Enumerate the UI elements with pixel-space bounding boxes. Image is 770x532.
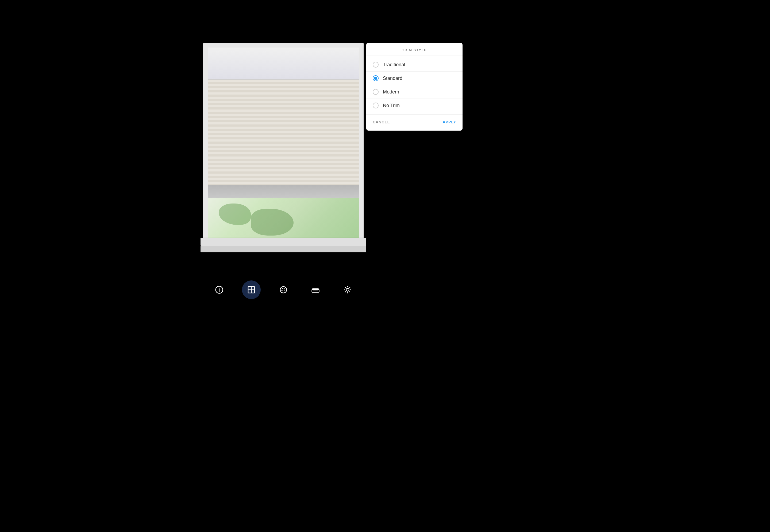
radio-standard[interactable] <box>373 75 379 81</box>
window-sill <box>201 238 366 246</box>
svg-line-20 <box>349 292 350 292</box>
panel-header: TRIM STYLE <box>366 43 462 56</box>
option-standard-label: Standard <box>383 76 402 81</box>
window-bottom-bar <box>201 246 366 252</box>
window-view <box>208 198 359 241</box>
svg-line-22 <box>345 292 346 292</box>
svg-point-9 <box>282 290 283 291</box>
blind-middle-section <box>208 80 359 185</box>
option-no-trim-label: No Trim <box>383 103 400 108</box>
sofa-icon <box>311 285 320 294</box>
palette-icon-button[interactable] <box>274 280 293 299</box>
svg-point-8 <box>284 290 285 291</box>
panel-actions: CANCEL APPLY <box>366 114 462 131</box>
svg-point-5 <box>280 287 287 293</box>
option-traditional-label: Traditional <box>383 62 405 68</box>
option-standard[interactable]: Standard <box>366 72 462 85</box>
window-icon <box>247 285 256 294</box>
window-frame <box>203 43 364 246</box>
svg-point-7 <box>284 288 285 289</box>
blind-rail <box>208 185 359 198</box>
window-inner <box>208 48 359 241</box>
window-icon-button[interactable] <box>242 280 261 299</box>
option-modern-label: Modern <box>383 89 399 95</box>
option-traditional[interactable]: Traditional <box>366 58 462 72</box>
info-icon: i <box>215 285 224 294</box>
lighting-icon-button[interactable] <box>338 280 357 299</box>
option-modern[interactable]: Modern <box>366 85 462 99</box>
svg-line-21 <box>349 287 350 288</box>
radio-modern[interactable] <box>373 89 379 95</box>
room-icon-button[interactable] <box>306 280 325 299</box>
window-visualization <box>203 43 380 267</box>
info-icon-button[interactable]: i <box>210 280 229 299</box>
option-no-trim[interactable]: No Trim <box>366 99 462 112</box>
radio-traditional[interactable] <box>373 62 379 68</box>
svg-line-19 <box>345 287 346 288</box>
toolbar: i <box>203 280 364 299</box>
options-list: Traditional Standard Modern No Trim <box>366 56 462 114</box>
apply-button[interactable]: APPLY <box>443 118 456 126</box>
svg-point-6 <box>282 288 283 289</box>
light-icon <box>343 285 352 294</box>
palette-icon <box>279 285 288 294</box>
svg-point-14 <box>346 288 349 291</box>
blind-top-section <box>208 48 359 80</box>
radio-no-trim[interactable] <box>373 103 379 108</box>
svg-text:i: i <box>219 287 220 293</box>
trim-style-panel: TRIM STYLE Traditional Standard Modern N… <box>366 43 462 131</box>
svg-rect-10 <box>312 290 319 292</box>
panel-title: TRIM STYLE <box>402 48 427 52</box>
cancel-button[interactable]: CANCEL <box>373 118 390 126</box>
